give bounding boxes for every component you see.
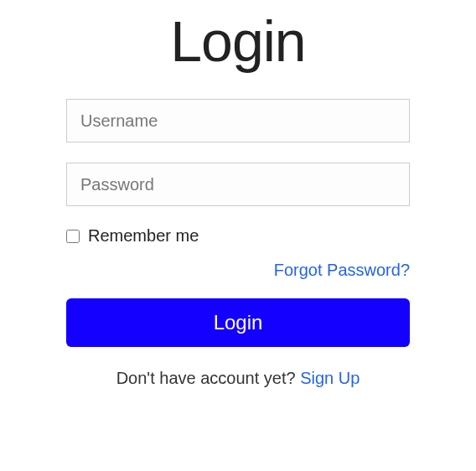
username-input[interactable] <box>66 99 410 142</box>
signup-link[interactable]: Sign Up <box>300 369 360 387</box>
remember-label: Remember me <box>88 226 199 246</box>
remember-checkbox[interactable] <box>66 230 80 243</box>
forgot-row: Forgot Password? <box>66 261 410 280</box>
remember-row: Remember me <box>66 226 410 246</box>
login-button[interactable]: Login <box>66 298 410 347</box>
signup-prompt: Don't have account yet? <box>116 369 301 387</box>
password-input[interactable] <box>66 163 410 206</box>
login-form: Login Remember me Forgot Password? Login… <box>66 8 410 388</box>
forgot-password-link[interactable]: Forgot Password? <box>274 261 410 279</box>
page-title: Login <box>170 8 305 74</box>
signup-row: Don't have account yet? Sign Up <box>116 369 360 388</box>
